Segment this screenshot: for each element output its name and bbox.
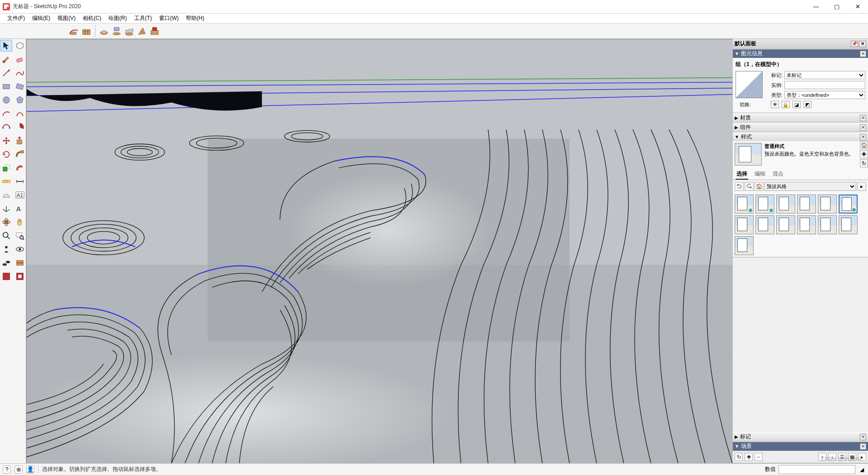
tool-followme[interactable] bbox=[14, 148, 26, 160]
tb-sandbox-contour[interactable] bbox=[68, 25, 80, 37]
tool-zoom-window[interactable] bbox=[14, 230, 26, 242]
tool-rectangle[interactable] bbox=[0, 81, 12, 92]
tags-close[interactable]: ✕ bbox=[860, 434, 866, 440]
tool-rotate[interactable] bbox=[0, 148, 12, 160]
tool-arc[interactable] bbox=[0, 108, 12, 119]
tray-header[interactable]: 默认面板 📌 ✕ bbox=[733, 39, 868, 49]
style-item[interactable] bbox=[735, 195, 754, 214]
tool-text[interactable]: A1 bbox=[14, 189, 26, 201]
tb-sandbox-detail[interactable] bbox=[136, 25, 148, 37]
entity-tag-select[interactable]: 未标记 bbox=[784, 71, 865, 79]
tool-pie[interactable] bbox=[14, 121, 26, 133]
tool-position-cam[interactable] bbox=[0, 243, 12, 255]
style-item[interactable] bbox=[839, 215, 858, 234]
entity-info-close[interactable]: ✕ bbox=[860, 51, 866, 57]
toggle-shadow-cast[interactable]: ◪ bbox=[793, 101, 801, 108]
menu-tools[interactable]: 工具(T) bbox=[131, 14, 156, 23]
status-geo-icon[interactable]: ⊕ bbox=[14, 466, 23, 474]
tool-move[interactable] bbox=[0, 135, 12, 147]
tool-style-builder[interactable] bbox=[0, 271, 12, 282]
styles-tab-mix[interactable]: 混合 bbox=[772, 169, 784, 180]
tool-walk[interactable] bbox=[0, 257, 12, 269]
entity-instance-input[interactable] bbox=[784, 81, 865, 89]
status-help-icon[interactable]: ? bbox=[3, 466, 11, 474]
tool-offset[interactable] bbox=[14, 162, 26, 174]
model-viewport[interactable] bbox=[26, 39, 732, 463]
tray-close-button[interactable]: ✕ bbox=[859, 41, 866, 47]
tool-axes[interactable] bbox=[0, 203, 12, 214]
status-resize-grip[interactable]: ◢ bbox=[858, 466, 865, 473]
style-item[interactable] bbox=[776, 215, 795, 234]
style-item[interactable] bbox=[797, 195, 816, 214]
panel-styles-header[interactable]: ▼样式✕ bbox=[733, 132, 868, 141]
tool-polygon[interactable] bbox=[14, 94, 26, 106]
tool-3dtext[interactable]: A bbox=[14, 203, 26, 214]
style-item[interactable] bbox=[755, 215, 774, 234]
tool-freehand[interactable] bbox=[14, 67, 26, 79]
tool-pan[interactable] bbox=[14, 216, 26, 228]
panel-tags-header[interactable]: ▶标记✕ bbox=[733, 432, 868, 441]
window-minimize-button[interactable]: — bbox=[806, 0, 826, 14]
scene-remove[interactable]: − bbox=[755, 453, 763, 461]
style-refresh-button[interactable]: ↻ bbox=[860, 159, 868, 167]
vcb-input[interactable] bbox=[778, 465, 855, 474]
style-item[interactable] bbox=[818, 195, 837, 214]
panel-scenes-header[interactable]: ▼场景✕ bbox=[733, 442, 868, 451]
panel-materials-header[interactable]: ▶材质✕ bbox=[733, 113, 868, 122]
menu-camera[interactable]: 相机(C) bbox=[79, 14, 105, 23]
tool-3pt-arc[interactable] bbox=[0, 121, 12, 133]
status-credits-icon[interactable]: 👤 bbox=[26, 466, 34, 474]
menu-edit[interactable]: 编辑(E) bbox=[28, 14, 54, 23]
tool-circle[interactable] bbox=[0, 94, 12, 106]
menu-window[interactable]: 窗口(W) bbox=[156, 14, 182, 23]
tool-eraser[interactable] bbox=[14, 53, 26, 65]
toggle-hidden[interactable]: 👁 bbox=[771, 101, 779, 108]
materials-close[interactable]: ✕ bbox=[860, 115, 866, 121]
tb-sandbox-smoove[interactable] bbox=[98, 25, 110, 37]
style-item[interactable] bbox=[755, 195, 774, 214]
style-item[interactable] bbox=[735, 215, 754, 234]
styles-back[interactable]: ⮌ bbox=[735, 182, 744, 191]
panel-components-header[interactable]: ▶组件✕ bbox=[733, 123, 868, 132]
scene-update[interactable]: ↻ bbox=[735, 453, 743, 461]
components-close[interactable]: ✕ bbox=[860, 124, 866, 131]
tool-zoom[interactable] bbox=[0, 230, 12, 242]
tray-pin-button[interactable]: 📌 bbox=[851, 41, 858, 47]
tool-tape[interactable] bbox=[0, 176, 12, 187]
tool-orbit[interactable] bbox=[0, 216, 12, 228]
tool-2pt-arc[interactable] bbox=[14, 108, 26, 119]
style-item[interactable] bbox=[839, 195, 858, 214]
menu-file[interactable]: 文件(F) bbox=[4, 14, 28, 23]
tool-select[interactable] bbox=[0, 40, 12, 52]
scenes-close[interactable]: ✕ bbox=[860, 443, 866, 450]
style-item[interactable] bbox=[797, 215, 816, 234]
tool-look[interactable] bbox=[14, 243, 26, 255]
scene-add[interactable]: ✚ bbox=[745, 453, 753, 461]
style-item[interactable] bbox=[776, 195, 795, 214]
styles-menu[interactable]: ▸ bbox=[857, 182, 866, 191]
panel-entity-info-header[interactable]: ▼图元信息 ✕ bbox=[733, 49, 868, 58]
menu-draw[interactable]: 绘图(R) bbox=[105, 14, 131, 23]
tool-dim[interactable] bbox=[14, 176, 26, 187]
style-item[interactable] bbox=[735, 236, 754, 255]
style-update-button[interactable]: 🏠 bbox=[860, 141, 868, 149]
style-item[interactable] bbox=[818, 215, 837, 234]
menu-view[interactable]: 视图(V) bbox=[54, 14, 79, 23]
toggle-lock[interactable]: 🔒 bbox=[782, 101, 790, 108]
entity-type-select[interactable]: 类型：<undefined> bbox=[784, 91, 865, 99]
window-close-button[interactable]: ✕ bbox=[847, 0, 868, 14]
styles-home[interactable]: 🏠 bbox=[755, 182, 764, 191]
tool-section[interactable] bbox=[14, 257, 26, 269]
styles-tab-select[interactable]: 选择 bbox=[736, 169, 748, 180]
styles-collection-select[interactable]: 预设风格 bbox=[764, 182, 856, 191]
tb-sandbox-stamp[interactable] bbox=[111, 25, 123, 37]
tool-protractor[interactable] bbox=[0, 189, 12, 201]
tool-line[interactable] bbox=[0, 67, 12, 79]
menu-help[interactable]: 帮助(H) bbox=[182, 14, 208, 23]
tool-extension[interactable] bbox=[14, 271, 26, 282]
tool-scale[interactable] bbox=[0, 162, 12, 174]
tb-sandbox-drape[interactable] bbox=[123, 25, 135, 37]
tool-component[interactable] bbox=[14, 40, 26, 52]
tb-sandbox-scratch[interactable] bbox=[80, 25, 92, 37]
styles-tab-edit[interactable]: 编辑 bbox=[754, 169, 766, 180]
